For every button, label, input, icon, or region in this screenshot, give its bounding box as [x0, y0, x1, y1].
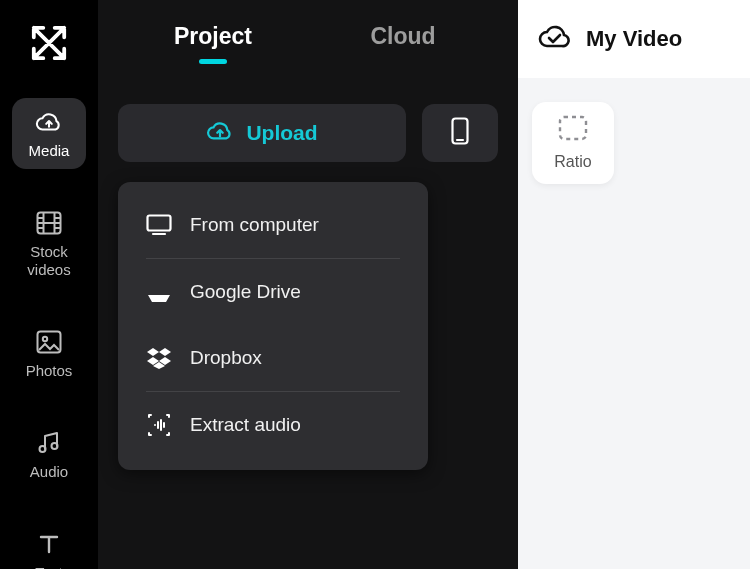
music-icon: [35, 429, 63, 457]
sidebar-item-photos[interactable]: Photos: [12, 318, 86, 389]
svg-rect-16: [560, 117, 586, 139]
app-logo[interactable]: [29, 24, 69, 62]
sidebar-item-media[interactable]: Media: [12, 98, 86, 169]
menu-item-label: From computer: [190, 214, 319, 236]
svg-point-9: [43, 337, 47, 341]
menu-item-extract-audio[interactable]: Extract audio: [146, 392, 400, 458]
sidebar-item-label: Photos: [26, 362, 73, 379]
sidebar-item-label: Text: [35, 564, 63, 569]
sidebar-item-audio[interactable]: Audio: [12, 419, 86, 490]
page-title: My Video: [586, 26, 682, 52]
sidebar: Media Stock videos Photos Audio Text: [0, 0, 98, 569]
right-panel: My Video Ratio: [518, 0, 750, 569]
sidebar-item-stock-videos[interactable]: Stock videos: [12, 199, 86, 288]
dropbox-icon: [146, 345, 172, 371]
ratio-label: Ratio: [554, 153, 591, 171]
sidebar-item-label: Audio: [30, 463, 68, 480]
extract-audio-icon: [146, 412, 172, 438]
center-panel: Project Cloud Upload From computer: [98, 0, 518, 569]
menu-item-google-drive[interactable]: Google Drive: [146, 259, 400, 325]
upload-button[interactable]: Upload: [118, 104, 406, 162]
ratio-button[interactable]: Ratio: [532, 102, 614, 184]
menu-item-label: Extract audio: [190, 414, 301, 436]
text-icon: [35, 530, 63, 558]
tab-project[interactable]: Project: [118, 5, 308, 70]
svg-point-11: [52, 443, 58, 449]
monitor-icon: [146, 212, 172, 238]
menu-item-from-computer[interactable]: From computer: [146, 192, 400, 258]
upload-menu: From computer Google Drive Dropbox Extra…: [118, 182, 428, 470]
nav-list: Media Stock videos Photos Audio Text: [12, 98, 86, 569]
action-row: Upload: [118, 104, 498, 162]
cloud-upload-icon: [206, 120, 234, 147]
sidebar-item-label: Media: [29, 142, 70, 159]
menu-item-dropbox[interactable]: Dropbox: [146, 325, 400, 391]
svg-rect-14: [148, 216, 171, 231]
tabs: Project Cloud: [118, 0, 498, 74]
menu-item-label: Dropbox: [190, 347, 262, 369]
phone-icon: [451, 117, 469, 149]
image-icon: [35, 328, 63, 356]
sidebar-item-text[interactable]: Text: [12, 520, 86, 569]
cloud-icon: [35, 108, 63, 136]
tab-cloud[interactable]: Cloud: [308, 5, 498, 70]
right-header: My Video: [518, 0, 750, 78]
menu-item-label: Google Drive: [190, 281, 301, 303]
film-icon: [35, 209, 63, 237]
sidebar-item-label: Stock videos: [27, 243, 70, 278]
google-drive-icon: [146, 279, 172, 305]
upload-label: Upload: [246, 121, 317, 145]
ratio-icon: [558, 115, 588, 145]
svg-point-10: [40, 446, 46, 452]
device-button[interactable]: [422, 104, 498, 162]
cloud-check-icon: [538, 24, 570, 54]
